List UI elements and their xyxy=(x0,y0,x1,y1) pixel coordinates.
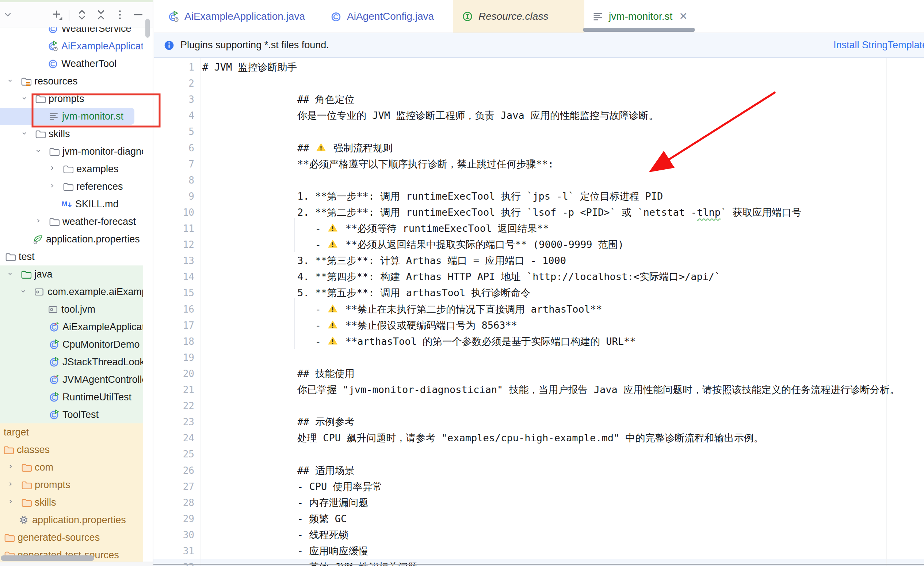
tab-aiexampleapplication-java[interactable]: AiExampleApplication.java xyxy=(168,0,305,33)
more-kebab-icon[interactable] xyxy=(114,9,126,21)
tree-item-jvm-monitor-st[interactable]: jvm-monitor.st xyxy=(0,107,143,125)
tree-item-label: WeatherTool xyxy=(62,55,117,72)
tree-item-test[interactable]: test xyxy=(0,248,143,265)
folder-orange-icon xyxy=(4,532,15,543)
expand-all-icon[interactable] xyxy=(76,9,88,21)
folder-icon xyxy=(35,93,46,104)
chevron-down-icon[interactable] xyxy=(7,270,15,278)
tree-item-prompts[interactable]: prompts xyxy=(0,476,143,494)
folder-orange-icon xyxy=(3,444,14,455)
tree-item-generated-test-sources[interactable]: generated-test-sources xyxy=(0,546,143,564)
warning-icon xyxy=(327,222,339,233)
tab-resource-class[interactable]: Resource.class xyxy=(462,0,548,33)
line-number: 28 xyxy=(153,495,194,511)
chevron-right-icon[interactable] xyxy=(7,463,15,471)
chevron-right-icon[interactable] xyxy=(7,481,15,489)
folder-icon xyxy=(49,216,60,227)
tree-item-tooltest[interactable]: ToolTest xyxy=(0,406,143,423)
class-run-icon xyxy=(49,391,60,403)
code-line-15: 5. **第五步**: 调用 arthasTool 执行诊断命令 xyxy=(202,285,530,301)
tree-item-target[interactable]: target xyxy=(0,423,143,441)
chevron-right-icon[interactable] xyxy=(35,218,43,226)
tree-item-aiexampleapplicati[interactable]: AiExampleApplicati xyxy=(0,37,143,55)
class-icon xyxy=(48,58,58,69)
tree-item-label: jvm-monitor-diagno xyxy=(63,143,143,160)
tree-item-label: application.properties xyxy=(46,230,140,248)
tree-item-com-example-aiexamp[interactable]: com.example.aiExamp xyxy=(0,283,143,301)
folder-orange-icon xyxy=(3,444,14,455)
tree-item-label: resources xyxy=(34,72,78,90)
warn-icon xyxy=(315,142,327,153)
tree-item-generated-sources[interactable]: generated-sources xyxy=(0,529,143,546)
line-number: 26 xyxy=(153,462,194,479)
code-line-7: **必须严格遵守以下顺序执行诊断，禁止跳过任何步骤**: xyxy=(202,156,554,172)
chevron-right-icon[interactable] xyxy=(7,498,15,506)
tree-item-prompts[interactable]: prompts xyxy=(0,90,143,107)
tree-horizontal-scrollbar[interactable] xyxy=(1,555,94,561)
tree-vertical-scrollbar[interactable] xyxy=(146,19,150,38)
tree-item-runtimeutiltest[interactable]: RuntimeUtilTest xyxy=(0,388,143,406)
class-test-icon xyxy=(49,374,60,385)
tree-item-references[interactable]: references xyxy=(0,178,143,195)
hide-icon[interactable] xyxy=(132,9,145,21)
tree-item-com[interactable]: com xyxy=(0,459,143,476)
install-plugin-link[interactable]: Install StringTemplate xyxy=(833,33,924,57)
chevron-down-icon xyxy=(21,95,29,103)
chevron-down-icon[interactable] xyxy=(21,130,29,138)
code-line-27: - CPU 使用率异常 xyxy=(202,479,382,495)
class-run-icon xyxy=(49,339,60,350)
tree-item-weathertool[interactable]: WeatherTool xyxy=(0,55,143,72)
tree-item-resources[interactable]: resources xyxy=(0,72,143,90)
code-line-16: - **禁止在未执行第二步的情况下直接调用 arthasTool** xyxy=(202,301,602,318)
line-number: 2 xyxy=(153,75,194,92)
tree-item-examples[interactable]: examples xyxy=(0,160,143,178)
class-icon xyxy=(330,11,342,22)
line-number: 10 xyxy=(153,205,194,220)
tree-item-label: prompts xyxy=(35,476,70,494)
tree-item-skill-md[interactable]: MSKILL.md xyxy=(0,195,143,213)
tab-label: AiExampleApplication.java xyxy=(184,11,305,22)
project-tree[interactable]: WeatherServiceAiExampleApplicatiWeatherT… xyxy=(0,27,153,566)
add-icon[interactable] xyxy=(51,9,63,21)
tree-item-application-properties[interactable]: application.properties xyxy=(0,511,143,529)
tree-item-jvm-monitor-diagno[interactable]: jvm-monitor-diagno xyxy=(0,143,143,160)
class-run-icon xyxy=(49,409,60,420)
chevron-down-icon[interactable] xyxy=(7,77,15,85)
chevron-down-icon[interactable] xyxy=(35,148,43,155)
springboot-run-icon xyxy=(48,41,58,51)
tree-item-weatherservice[interactable]: WeatherService xyxy=(0,27,143,37)
chevron-right-icon[interactable] xyxy=(49,182,57,191)
warn-icon xyxy=(327,319,339,330)
tree-item-label: tool.jvm xyxy=(62,301,95,318)
chevron-down-icon[interactable] xyxy=(20,288,28,296)
code-editor[interactable]: 1# JVM 监控诊断助手23 ## 角色定位4 你是一位专业的 JVM 监控诊… xyxy=(153,58,924,566)
info-icon xyxy=(164,40,175,51)
tree-item-jstackthreadlooku[interactable]: JStackThreadLooku xyxy=(0,353,143,371)
line-number: 32 xyxy=(153,559,194,566)
line-number: 20 xyxy=(153,366,194,382)
tree-item-skills[interactable]: skills xyxy=(0,494,143,511)
tree-item-weather-forecast[interactable]: weather-forecast xyxy=(0,213,143,230)
close-tab-icon[interactable]: ✕ xyxy=(679,10,687,22)
right-margin-guide xyxy=(886,58,887,566)
tree-item-label: AiExampleApplicati xyxy=(63,318,143,336)
tree-item-label: application.properties xyxy=(32,511,126,529)
markdown-icon: M xyxy=(62,199,72,209)
collapse-all-icon[interactable] xyxy=(95,9,107,21)
tree-item-jvmagentcontrolle[interactable]: JVMAgentControlle xyxy=(0,371,143,388)
tab-label: jvm-monitor.st xyxy=(609,11,672,22)
tree-item-classes[interactable]: classes xyxy=(0,441,143,459)
tree-item-skills[interactable]: skills xyxy=(0,125,143,143)
markdown-icon: M xyxy=(62,199,72,209)
chevron-down-small-icon[interactable] xyxy=(3,9,15,21)
tree-item-aiexampleapplicati[interactable]: AiExampleApplicati xyxy=(0,318,143,336)
code-line-31: - 应用响应缓慢 xyxy=(202,543,369,559)
tree-item-application-properties[interactable]: application.properties xyxy=(0,230,143,248)
chevron-down-icon[interactable] xyxy=(21,95,29,103)
chevron-right-icon[interactable] xyxy=(49,165,57,173)
tree-item-cpumonitordemo[interactable]: CpuMonitorDemo xyxy=(0,336,143,353)
tab-aiagentconfig-java[interactable]: AiAgentConfig.java xyxy=(330,0,434,33)
tree-item-tool-jvm[interactable]: tool.jvm xyxy=(0,301,143,318)
tree-item-java[interactable]: java xyxy=(0,265,143,283)
chevron-right-icon xyxy=(49,165,57,173)
